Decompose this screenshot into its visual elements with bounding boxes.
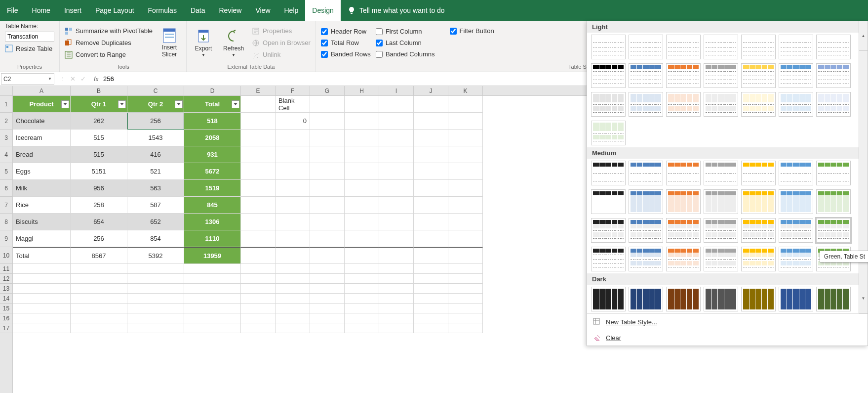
cell[interactable] xyxy=(71,304,127,313)
convert-range-button[interactable]: Convert to Range xyxy=(65,50,153,60)
style-swatch[interactable] xyxy=(741,189,776,214)
style-swatch[interactable] xyxy=(629,247,663,271)
cell[interactable] xyxy=(414,313,448,323)
cell[interactable] xyxy=(241,284,276,294)
col-header-A[interactable]: A xyxy=(13,86,71,95)
cell[interactable] xyxy=(379,294,414,304)
style-swatch[interactable] xyxy=(666,161,701,185)
cell[interactable] xyxy=(379,180,414,197)
cell[interactable] xyxy=(345,163,379,180)
col-header-D[interactable]: D xyxy=(184,86,241,95)
cell[interactable] xyxy=(184,284,241,294)
cell[interactable]: 1543 xyxy=(127,130,184,146)
cell[interactable] xyxy=(448,146,483,163)
style-swatch[interactable] xyxy=(704,189,738,214)
cell[interactable]: Chocolate xyxy=(13,113,71,130)
cell[interactable] xyxy=(310,294,345,304)
cell[interactable] xyxy=(414,284,448,294)
cell[interactable] xyxy=(184,323,241,333)
style-swatch[interactable] xyxy=(629,189,663,214)
style-swatch[interactable] xyxy=(629,92,663,117)
tab-view[interactable]: View xyxy=(248,0,277,21)
cell[interactable]: 0 xyxy=(276,113,310,130)
tell-me-search[interactable]: Tell me what you want to do xyxy=(341,0,452,21)
col-header-J[interactable]: J xyxy=(414,86,448,95)
cell[interactable] xyxy=(345,294,379,304)
clear-style-button[interactable]: Clear xyxy=(587,330,868,346)
cell[interactable] xyxy=(379,304,414,313)
cell[interactable] xyxy=(241,96,276,113)
style-swatch[interactable] xyxy=(629,218,663,243)
row-header-7[interactable]: 7 xyxy=(0,197,12,214)
row-header-13[interactable]: 13 xyxy=(0,284,12,294)
chk-banded-rows[interactable]: Banded Rows xyxy=(321,49,371,59)
cell[interactable] xyxy=(345,264,379,274)
style-swatch[interactable] xyxy=(629,161,663,185)
style-swatch[interactable] xyxy=(816,287,851,311)
style-swatch[interactable] xyxy=(629,35,663,59)
select-all-corner[interactable] xyxy=(0,86,13,95)
cell[interactable] xyxy=(414,113,448,130)
cell[interactable]: 8567 xyxy=(71,247,127,264)
style-swatch[interactable] xyxy=(666,63,701,88)
style-swatch[interactable] xyxy=(816,189,851,214)
cell[interactable] xyxy=(448,163,483,180)
cell[interactable] xyxy=(448,274,483,284)
cell[interactable]: Milk xyxy=(13,180,71,197)
style-swatch[interactable] xyxy=(666,189,701,214)
col-header-B[interactable]: B xyxy=(71,86,127,95)
cell[interactable]: 515 xyxy=(71,130,127,146)
chk-total-row[interactable]: Total Row xyxy=(321,38,371,47)
chk-last-column[interactable]: Last Column xyxy=(376,38,435,47)
tab-page-layout[interactable]: Page Layout xyxy=(88,0,141,21)
cell[interactable] xyxy=(241,230,276,247)
cell[interactable] xyxy=(448,313,483,323)
cell[interactable] xyxy=(345,304,379,313)
style-swatch[interactable] xyxy=(779,161,813,185)
cell[interactable] xyxy=(241,163,276,180)
cell[interactable] xyxy=(448,247,483,264)
col-header-H[interactable]: H xyxy=(345,86,379,95)
filter-button[interactable] xyxy=(175,100,183,108)
cell[interactable] xyxy=(71,323,127,333)
style-swatch[interactable] xyxy=(666,218,701,243)
cell[interactable] xyxy=(276,284,310,294)
col-header-K[interactable]: K xyxy=(448,86,483,95)
col-header-I[interactable]: I xyxy=(379,86,414,95)
style-swatch[interactable] xyxy=(591,121,626,145)
cell[interactable]: 256 xyxy=(127,113,184,130)
remove-duplicates-button[interactable]: Remove Duplicates xyxy=(65,38,153,48)
cell[interactable] xyxy=(345,180,379,197)
tab-help[interactable]: Help xyxy=(277,0,306,21)
cell[interactable] xyxy=(310,247,345,264)
cell[interactable] xyxy=(71,284,127,294)
cell[interactable]: 515 xyxy=(71,146,127,163)
cell[interactable] xyxy=(414,180,448,197)
cell[interactable] xyxy=(276,247,310,264)
cell[interactable] xyxy=(345,130,379,146)
cell[interactable] xyxy=(127,274,184,284)
style-swatch[interactable] xyxy=(666,287,701,311)
cell[interactable] xyxy=(379,274,414,284)
cell[interactable]: 521 xyxy=(127,163,184,180)
cell[interactable] xyxy=(310,264,345,274)
cell[interactable]: Rice xyxy=(13,197,71,214)
cell[interactable] xyxy=(345,274,379,284)
style-swatch[interactable] xyxy=(779,35,813,59)
cell[interactable]: Eggs xyxy=(13,163,71,180)
cell[interactable] xyxy=(345,313,379,323)
cell[interactable] xyxy=(241,113,276,130)
style-swatch[interactable] xyxy=(704,35,738,59)
style-swatch[interactable] xyxy=(591,92,626,117)
cell[interactable] xyxy=(241,247,276,264)
cell[interactable] xyxy=(345,113,379,130)
cell[interactable] xyxy=(414,96,448,113)
cell[interactable] xyxy=(276,230,310,247)
cell[interactable] xyxy=(241,313,276,323)
cell[interactable] xyxy=(310,113,345,130)
cell[interactable] xyxy=(13,294,71,304)
col-header-G[interactable]: G xyxy=(310,86,345,95)
cell[interactable] xyxy=(310,130,345,146)
cell[interactable] xyxy=(276,304,310,313)
style-swatch[interactable] xyxy=(666,247,701,271)
